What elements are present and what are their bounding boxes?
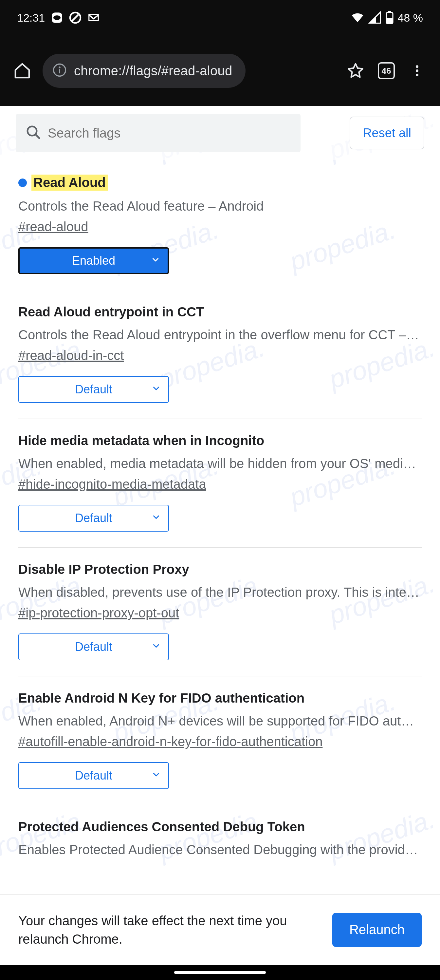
flag-title: Disable IP Protection Proxy: [18, 562, 189, 577]
flag-state-value: Default: [75, 769, 112, 783]
flag-description: When enabled, Android N+ devices will be…: [18, 711, 421, 730]
flag-entry: Hide media metadata when in IncognitoWhe…: [18, 419, 422, 548]
flags-header: Reset all: [0, 106, 440, 160]
svg-rect-8: [59, 69, 60, 73]
chevron-down-icon: [151, 640, 161, 654]
relaunch-message: Your changes will take effect the next t…: [18, 912, 300, 948]
reset-all-button[interactable]: Reset all: [349, 117, 424, 150]
flag-entry: Protected Audiences Consented Debug Toke…: [18, 805, 422, 859]
flag-description: When disabled, prevents use of the IP Pr…: [18, 583, 421, 602]
browser-toolbar: chrome://flags/#read-aloud 46: [0, 35, 440, 106]
chevron-down-icon: [151, 769, 161, 783]
nav-handle[interactable]: [174, 971, 266, 974]
chevron-down-icon: [151, 254, 160, 267]
page-content: propedia. propedia. propedia. propedia. …: [0, 106, 440, 965]
flag-state-select[interactable]: Enabled: [18, 247, 169, 274]
flag-title: Read Aloud entrypoint in CCT: [18, 305, 204, 319]
flag-entry: Read Aloud entrypoint in CCTControls the…: [18, 290, 422, 419]
svg-point-11: [416, 74, 418, 76]
flag-description: Controls the Read Aloud feature – Androi…: [18, 197, 421, 216]
relaunch-bar: Your changes will take effect the next t…: [0, 894, 440, 965]
cell-signal-icon: [368, 11, 381, 24]
chevron-down-icon: [151, 383, 161, 396]
flags-list: Read AloudControls the Read Aloud featur…: [0, 160, 440, 859]
flag-state-value: Default: [75, 640, 112, 654]
svg-point-9: [416, 65, 418, 68]
search-flags-input[interactable]: [48, 126, 291, 140]
flag-title: Read Aloud: [32, 175, 108, 191]
bookmark-button[interactable]: [345, 60, 366, 81]
flag-state-select[interactable]: Default: [18, 762, 169, 789]
tab-count: 46: [378, 62, 395, 79]
tabs-button[interactable]: 46: [376, 60, 397, 81]
svg-rect-5: [386, 18, 393, 24]
flag-state-select[interactable]: Default: [18, 505, 169, 531]
flag-anchor-link[interactable]: #hide-incognito-media-metadata: [18, 477, 206, 492]
relaunch-button[interactable]: Relaunch: [332, 913, 422, 947]
flag-entry: Disable IP Protection ProxyWhen disabled…: [18, 548, 422, 676]
site-info-icon[interactable]: [52, 63, 67, 79]
flag-state-select[interactable]: Default: [18, 376, 169, 403]
app-icon-1: [51, 11, 63, 24]
svg-rect-4: [388, 11, 391, 13]
flag-entry: Enable Android N Key for FIDO authentica…: [18, 676, 422, 805]
home-button[interactable]: [12, 60, 33, 81]
flag-title: Protected Audiences Consented Debug Toke…: [18, 819, 305, 834]
search-flags-box[interactable]: [16, 114, 300, 152]
svg-point-7: [59, 67, 60, 68]
system-nav-bar: [0, 965, 440, 980]
flag-state-value: Default: [75, 383, 112, 396]
search-icon: [25, 124, 41, 142]
svg-line-13: [35, 134, 39, 138]
battery-icon: [385, 11, 394, 24]
svg-point-10: [416, 70, 418, 72]
wifi-icon: [351, 11, 364, 25]
flag-description: Controls the Read Aloud entrypoint in th…: [18, 325, 421, 344]
status-bar: 12:31 48 %: [0, 0, 440, 35]
modified-dot-icon: [18, 178, 27, 187]
battery-percent: 48 %: [398, 11, 423, 24]
flag-state-value: Default: [75, 511, 112, 525]
flag-title: Enable Android N Key for FIDO authentica…: [18, 691, 305, 706]
url-text: chrome://flags/#read-aloud: [74, 64, 232, 78]
svg-point-1: [53, 15, 60, 20]
gmail-icon: [87, 11, 100, 24]
flag-anchor-link[interactable]: #read-aloud-in-cct: [18, 348, 124, 363]
chevron-down-icon: [151, 511, 161, 525]
flag-entry: Read AloudControls the Read Aloud featur…: [18, 160, 422, 290]
flag-title: Hide media metadata when in Incognito: [18, 433, 264, 448]
app-icon-2: [69, 11, 81, 24]
flag-anchor-link[interactable]: #autofill-enable-android-n-key-for-fido-…: [18, 734, 322, 749]
flag-state-select[interactable]: Default: [18, 633, 169, 660]
url-bar[interactable]: chrome://flags/#read-aloud: [43, 54, 246, 88]
flag-description: When enabled, media metadata will be hid…: [18, 454, 421, 473]
flag-description: Enables Protected Audience Consented Deb…: [18, 840, 421, 859]
status-time: 12:31: [17, 11, 45, 24]
overflow-menu-button[interactable]: [407, 60, 427, 81]
flag-state-value: Enabled: [72, 254, 115, 267]
flag-anchor-link[interactable]: #read-aloud: [18, 220, 88, 234]
flag-anchor-link[interactable]: #ip-protection-proxy-opt-out: [18, 606, 179, 620]
